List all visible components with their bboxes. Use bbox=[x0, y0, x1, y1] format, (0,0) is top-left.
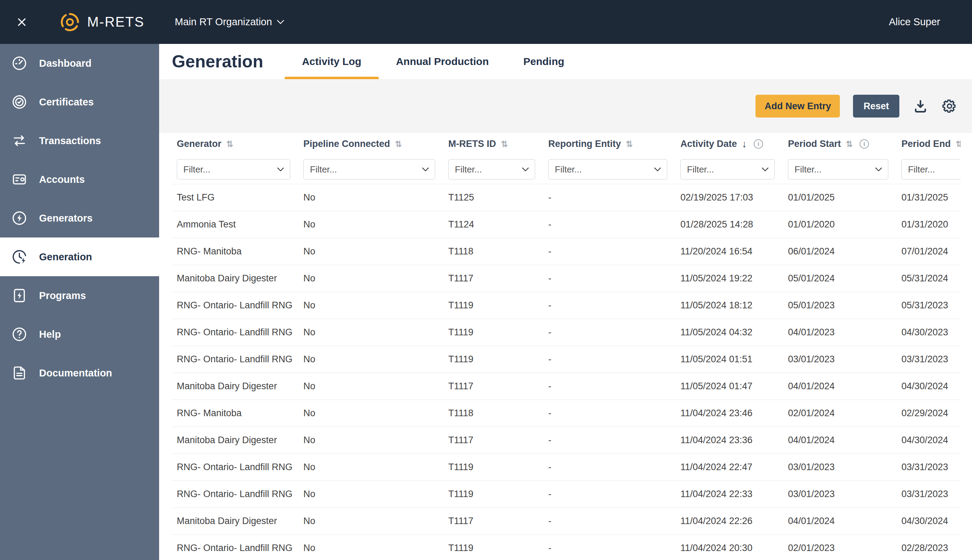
cell-pipeline-connected: No bbox=[299, 481, 443, 507]
dashboard-icon bbox=[11, 55, 28, 72]
main-content: Generation Activity LogAnnual Production… bbox=[159, 44, 972, 560]
sidebar-item-certificates[interactable]: Certificates bbox=[0, 83, 159, 121]
cell-activity-date: 02/19/2025 17:03 bbox=[676, 184, 783, 211]
cell-reporting-entity: - bbox=[543, 319, 676, 346]
download-button[interactable] bbox=[912, 98, 929, 114]
cell-activity-date: 11/04/2024 22:33 bbox=[676, 481, 783, 507]
cell-reporting-entity: - bbox=[543, 238, 676, 265]
programs-icon bbox=[11, 287, 28, 304]
org-selector[interactable]: Main RT Organization bbox=[175, 16, 284, 28]
cell-reporting-entity: - bbox=[543, 454, 676, 480]
cell-mrets-id: T1117 bbox=[443, 508, 543, 534]
tab-annual-production[interactable]: Annual Production bbox=[379, 44, 506, 79]
filter-select-reporting-entity[interactable]: Filter... bbox=[548, 159, 667, 179]
filter-select-pipeline-connected[interactable]: Filter... bbox=[303, 159, 435, 179]
sidebar-item-help[interactable]: Help bbox=[0, 315, 159, 353]
cell-pipeline-connected: No bbox=[299, 400, 443, 427]
cell-reporting-entity: - bbox=[543, 400, 676, 427]
cell-period-end: 03/31/2023 bbox=[897, 454, 960, 480]
sidebar-item-transactions[interactable]: Transactions bbox=[0, 121, 159, 160]
tab-activity-log[interactable]: Activity Log bbox=[285, 44, 379, 79]
sidebar-item-documentation[interactable]: Documentation bbox=[0, 353, 159, 392]
mrets-logo-icon bbox=[59, 11, 81, 33]
transactions-icon bbox=[11, 132, 28, 149]
cell-pipeline-connected: No bbox=[299, 319, 443, 346]
sidebar-item-label: Help bbox=[39, 329, 61, 340]
cell-period-start: 04/01/2024 bbox=[783, 427, 897, 453]
info-icon[interactable]: i bbox=[754, 139, 763, 148]
filter-cell-reporting-entity: Filter... bbox=[543, 159, 676, 179]
filter-cell-pipeline-connected: Filter... bbox=[299, 159, 443, 179]
table-row: RNG- Ontario- Landfill RNGNoT1119-11/05/… bbox=[172, 346, 960, 373]
column-header-activity-date: Activity Date↓i bbox=[676, 133, 783, 155]
cell-generator: Ammonia Test bbox=[172, 211, 299, 238]
table-row: RNG- ManitobaNoT1118-11/04/2024 23:4602/… bbox=[172, 400, 960, 427]
cell-period-end: 04/30/2024 bbox=[897, 427, 960, 453]
cell-mrets-id: T1119 bbox=[443, 319, 543, 346]
sort-icon[interactable]: ⇅ bbox=[846, 140, 853, 148]
cell-activity-date: 11/05/2024 01:51 bbox=[676, 346, 783, 373]
info-icon[interactable]: i bbox=[860, 139, 869, 148]
add-new-entry-button[interactable]: Add New Entry bbox=[755, 95, 840, 118]
cell-generator: RNG- Ontario- Landfill RNG bbox=[172, 319, 299, 346]
cell-generator: Manitoba Dairy Digester bbox=[172, 508, 299, 534]
sidebar-item-label: Generation bbox=[39, 251, 92, 263]
cell-period-start: 06/01/2024 bbox=[783, 238, 897, 265]
filter-select-period-start[interactable]: Filter... bbox=[788, 159, 888, 179]
filter-select-generator[interactable]: Filter... bbox=[177, 159, 290, 179]
cell-period-start: 04/01/2023 bbox=[783, 319, 897, 346]
cell-activity-date: 11/04/2024 23:36 bbox=[676, 427, 783, 453]
column-header-period-end: Period End⇅ bbox=[897, 133, 960, 155]
table-row: Manitoba Dairy DigesterNoT1117-11/05/202… bbox=[172, 265, 960, 292]
filter-select-activity-date[interactable]: Filter... bbox=[680, 159, 775, 179]
sidebar-item-label: Transactions bbox=[39, 135, 101, 147]
reset-button[interactable]: Reset bbox=[853, 95, 899, 118]
sort-icon[interactable]: ⇅ bbox=[226, 140, 233, 148]
sort-icon[interactable]: ⇅ bbox=[626, 140, 633, 148]
sort-descending-icon[interactable]: ↓ bbox=[742, 139, 747, 149]
filter-cell-period-end: Filter... bbox=[897, 159, 960, 179]
cell-activity-date: 11/05/2024 01:47 bbox=[676, 373, 783, 400]
table-row: Manitoba Dairy DigesterNoT1117-11/05/202… bbox=[172, 373, 960, 400]
close-menu-button[interactable] bbox=[16, 17, 27, 28]
table-row: Manitoba Dairy DigesterNoT1117-11/04/202… bbox=[172, 427, 960, 453]
cell-period-start: 02/01/2023 bbox=[783, 535, 897, 560]
filter-select-period-end[interactable]: Filter... bbox=[902, 159, 960, 179]
sidebar-item-generation[interactable]: Generation bbox=[0, 237, 159, 276]
column-header-label: M-RETS ID bbox=[448, 138, 496, 149]
column-header-label: Generator bbox=[177, 138, 221, 149]
cell-activity-date: 11/04/2024 22:47 bbox=[676, 454, 783, 480]
cell-reporting-entity: - bbox=[543, 346, 676, 373]
cell-generator: Manitoba Dairy Digester bbox=[172, 265, 299, 292]
cell-generator: Test LFG bbox=[172, 184, 299, 211]
tab-pending[interactable]: Pending bbox=[506, 44, 581, 79]
sidebar-item-accounts[interactable]: Accounts bbox=[0, 160, 159, 199]
table-row: RNG- ManitobaNoT1118-11/20/2024 16:5406/… bbox=[172, 238, 960, 265]
column-header-m-rets-id: M-RETS ID⇅ bbox=[443, 133, 543, 155]
cell-period-end: 01/31/2025 bbox=[897, 184, 960, 211]
cell-generator: RNG- Ontario- Landfill RNG bbox=[172, 454, 299, 480]
sidebar-item-generators[interactable]: Generators bbox=[0, 199, 159, 237]
help-icon bbox=[11, 326, 28, 343]
cell-activity-date: 11/20/2024 16:54 bbox=[676, 238, 783, 265]
filter-cell-period-start: Filter... bbox=[783, 159, 897, 179]
filter-select-m-rets-id[interactable]: Filter... bbox=[448, 159, 535, 179]
sidebar-item-dashboard[interactable]: Dashboard bbox=[0, 44, 159, 83]
sort-icon[interactable]: ⇅ bbox=[956, 140, 960, 148]
sidebar-item-programs[interactable]: Programs bbox=[0, 276, 159, 315]
filter-placeholder: Filter... bbox=[310, 164, 337, 175]
settings-button[interactable] bbox=[942, 98, 957, 114]
cell-pipeline-connected: No bbox=[299, 508, 443, 534]
cell-pipeline-connected: No bbox=[299, 454, 443, 480]
cell-mrets-id: T1119 bbox=[443, 346, 543, 373]
sort-icon[interactable]: ⇅ bbox=[395, 140, 402, 148]
filter-placeholder: Filter... bbox=[795, 164, 822, 175]
sort-icon[interactable]: ⇅ bbox=[501, 140, 508, 148]
certificates-icon bbox=[11, 93, 28, 111]
cell-period-end: 02/28/2023 bbox=[897, 535, 960, 560]
cell-generator: Manitoba Dairy Digester bbox=[172, 427, 299, 453]
cell-mrets-id: T1119 bbox=[443, 535, 543, 560]
filter-placeholder: Filter... bbox=[687, 164, 714, 175]
column-header-reporting-entity: Reporting Entity⇅ bbox=[543, 133, 676, 155]
user-name[interactable]: Alice Super bbox=[889, 16, 940, 28]
